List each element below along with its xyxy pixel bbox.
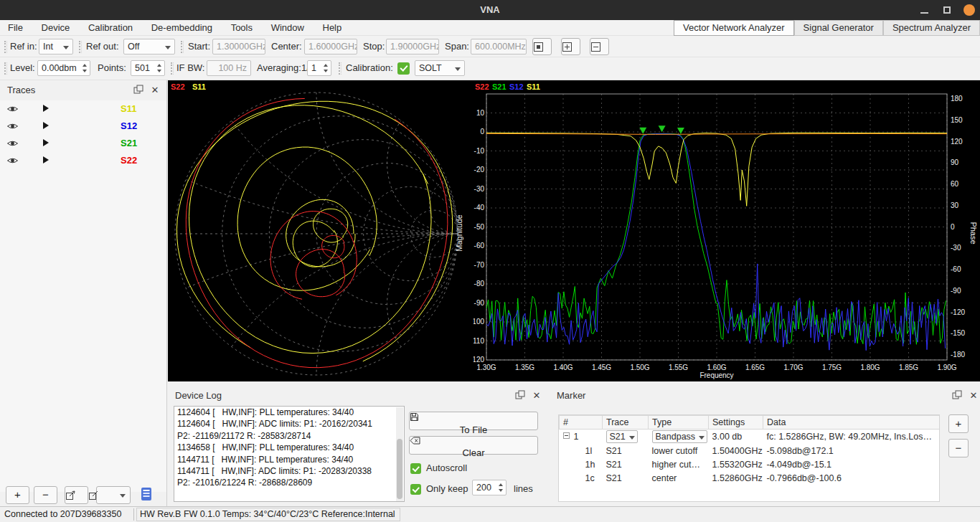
- menu-calibration[interactable]: Calibration: [80, 20, 141, 36]
- zoom-out-button[interactable]: [590, 38, 609, 55]
- col-num[interactable]: #: [560, 416, 603, 430]
- calibration-checkbox[interactable]: [397, 62, 410, 75]
- col-trace[interactable]: Trace: [603, 416, 649, 430]
- tab-signal-generator[interactable]: Signal Generator: [794, 20, 883, 36]
- maximize-button[interactable]: [938, 0, 957, 20]
- toolbar-grip[interactable]: [171, 62, 174, 75]
- minimize-button[interactable]: [915, 0, 934, 20]
- remove-trace-button[interactable]: −: [34, 486, 57, 504]
- marker-row[interactable]: 1c S21 center 1.52860GHz -0.7966db@-100.…: [560, 471, 940, 485]
- close-panel-icon[interactable]: ✕: [149, 85, 161, 96]
- marker-row[interactable]: 1h S21 higher cut… 1.55320GHz -4.049db@-…: [560, 457, 940, 471]
- spin-down-icon[interactable]: [324, 70, 328, 72]
- log-scrollbar-thumb[interactable]: [397, 439, 402, 499]
- calibration-type-select[interactable]: SOLT: [415, 60, 465, 76]
- import-trace-button[interactable]: [65, 486, 88, 504]
- trace-row-s11[interactable]: S11: [0, 100, 166, 118]
- level-stepper[interactable]: 0.00dbm: [37, 60, 90, 76]
- marker-settings[interactable]: 1.50400GHz: [709, 444, 763, 457]
- toolbar-grip[interactable]: [4, 41, 7, 53]
- float-panel-icon[interactable]: [952, 390, 963, 402]
- spin-down-icon[interactable]: [83, 70, 87, 72]
- col-data[interactable]: Data: [763, 416, 940, 430]
- toolbar-grip[interactable]: [181, 41, 184, 53]
- menu-device[interactable]: Device: [34, 20, 78, 36]
- trace-row-s12[interactable]: S12: [0, 118, 166, 135]
- menu-file[interactable]: File: [0, 20, 31, 36]
- col-type[interactable]: Type: [649, 416, 709, 430]
- visibility-eye-icon[interactable]: [6, 105, 19, 113]
- marker-row[interactable]: 1 S21 Bandpass 3.00 db fc: 1.5286GHz, BW…: [560, 430, 940, 445]
- marker-data: -4.049db@-15.1: [763, 457, 940, 471]
- spin-down-icon[interactable]: [499, 489, 503, 492]
- trace-data-button[interactable]: [141, 487, 153, 501]
- menu-window[interactable]: Window: [263, 20, 312, 36]
- toolbar-grip[interactable]: [4, 62, 7, 75]
- float-panel-icon[interactable]: [133, 85, 145, 96]
- toolbar-grip[interactable]: [339, 62, 341, 75]
- remove-marker-button[interactable]: −: [948, 439, 969, 457]
- autoscroll-checkbox[interactable]: [410, 463, 421, 474]
- marker-type-select[interactable]: Bandpass: [652, 430, 708, 443]
- averaging-stepper[interactable]: 1: [307, 60, 331, 76]
- expand-arrow-icon[interactable]: [43, 139, 49, 146]
- magnitude-chart[interactable]: 1.30G1.35G1.40G1.45G1.50G1.55G1.60G1.65G…: [473, 80, 980, 381]
- svg-text:1.50G: 1.50G: [630, 364, 649, 371]
- menu-tools[interactable]: Tools: [223, 20, 260, 36]
- expand-arrow-icon[interactable]: [43, 105, 49, 112]
- zoom-fit-button[interactable]: [532, 38, 552, 55]
- svg-text:1.70G: 1.70G: [783, 364, 803, 371]
- marker-settings[interactable]: 3.00 db: [709, 430, 763, 445]
- spin-up-icon[interactable]: [157, 64, 161, 67]
- trace-row-s22[interactable]: S22: [0, 152, 166, 169]
- points-stepper[interactable]: 501: [131, 60, 165, 76]
- device-status: HW Rev.B FW 0.1.0 Temps: 34°C/40°C/23°C …: [140, 508, 395, 521]
- start-frequency-field[interactable]: 1.30000GHz: [212, 39, 265, 54]
- export-trace-button[interactable]: [96, 486, 131, 504]
- only-keep-checkbox[interactable]: [410, 484, 421, 495]
- marker-trace-select[interactable]: S21: [606, 430, 638, 443]
- add-trace-button[interactable]: +: [6, 486, 29, 504]
- spin-up-icon[interactable]: [499, 483, 503, 486]
- spin-up-icon[interactable]: [83, 64, 87, 67]
- toolbar-grip[interactable]: [79, 41, 82, 53]
- center-frequency-field[interactable]: 1.60000GHz: [304, 39, 357, 54]
- svg-text:S12: S12: [509, 82, 524, 91]
- marker-settings[interactable]: 1.55320GHz: [709, 457, 763, 471]
- ifbw-field[interactable]: 100 Hz: [207, 60, 251, 76]
- log-scrollbar[interactable]: [396, 407, 403, 501]
- spin-up-icon[interactable]: [324, 64, 328, 67]
- log-clear-button[interactable]: Clear: [409, 436, 538, 455]
- ref-out-select[interactable]: Off: [123, 39, 175, 54]
- stop-frequency-field[interactable]: 1.90000GHz: [386, 39, 439, 54]
- menu-help[interactable]: Help: [315, 20, 350, 36]
- zoom-in-button[interactable]: [561, 38, 580, 55]
- log-to-file-button[interactable]: To File: [409, 412, 538, 430]
- marker-row[interactable]: 1l S21 lower cutoff 1.50400GHz -5.098db@…: [560, 444, 940, 457]
- tab-spectrum-analyzer[interactable]: Spectrum Analyzer: [883, 20, 980, 36]
- close-button[interactable]: [960, 0, 979, 20]
- device-log-output[interactable]: 1124604 [ HW,INF]: PLL temperatures: 34/…: [174, 406, 405, 502]
- svg-text:-100: -100: [473, 318, 484, 326]
- smith-chart[interactable]: S22S11: [168, 80, 473, 381]
- ref-in-select[interactable]: Int: [39, 39, 73, 54]
- trace-row-s21[interactable]: S21: [0, 135, 166, 152]
- close-panel-icon[interactable]: ✕: [968, 390, 979, 402]
- menu-deembedding[interactable]: De-embedding: [143, 20, 220, 36]
- tab-vector-network-analyzer[interactable]: Vector Network Analyzer: [674, 20, 794, 36]
- visibility-eye-icon[interactable]: [6, 122, 19, 130]
- spin-down-icon[interactable]: [157, 70, 161, 72]
- visibility-eye-icon[interactable]: [6, 156, 19, 165]
- float-panel-icon[interactable]: [515, 390, 527, 402]
- expand-arrow-icon[interactable]: [43, 122, 49, 129]
- add-marker-button[interactable]: +: [948, 414, 969, 433]
- collapse-icon[interactable]: [563, 432, 570, 439]
- expand-arrow-icon[interactable]: [43, 156, 49, 163]
- col-settings[interactable]: Settings: [709, 416, 763, 430]
- marker-settings[interactable]: 1.52860GHz: [709, 471, 763, 485]
- visibility-eye-icon[interactable]: [6, 139, 19, 148]
- keep-lines-stepper[interactable]: 200: [472, 480, 507, 495]
- span-frequency-field[interactable]: 600.000MHz: [471, 39, 527, 54]
- close-panel-icon[interactable]: ✕: [531, 390, 542, 402]
- log-line: 1144711 [ HW,INF]: PLL temperatures: 34/…: [174, 454, 404, 465]
